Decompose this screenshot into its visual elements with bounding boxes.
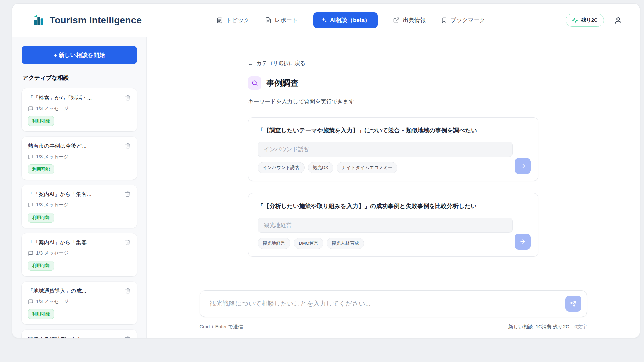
app-logo[interactable]: Tourism Intelligence	[33, 14, 157, 27]
suggestion-chip[interactable]: 観光DX	[308, 162, 333, 173]
trash-icon[interactable]	[124, 239, 131, 246]
keyword-input[interactable]	[258, 218, 513, 233]
category-content: ← カテゴリ選択に戻る 事例調査 キーワードを入力して質問を実行できます 「【調…	[147, 37, 640, 279]
question-title: 「【調査したいテーマや施策を入力】」について競合・類似地域の事例を調べたい	[258, 126, 529, 134]
trash-icon[interactable]	[124, 190, 131, 198]
question-template-card: 「【調査したいテーマや施策を入力】」について競合・類似地域の事例を調べたい イン…	[248, 117, 538, 181]
back-to-categories-link[interactable]: ← カテゴリ選択に戻る	[248, 60, 305, 67]
app-window: Tourism Intelligence トピック レポート AI相談（beta…	[12, 3, 640, 338]
nav-ai-consult[interactable]: AI相談（beta）	[313, 12, 378, 28]
main-area: ← カテゴリ選択に戻る 事例調査 キーワードを入力して質問を実行できます 「【調…	[147, 37, 640, 338]
conversation-card[interactable]: 熱海市の事例は今後ど... 1/3 メッセージ 利用可能	[22, 137, 137, 180]
conversation-title: 熱海市の事例は今後ど...	[28, 143, 119, 150]
question-title: 「【分析したい施策や取り組みを入力】」の成功事例と失敗事例を比較分析したい	[258, 202, 529, 210]
category-header: 事例調査	[248, 76, 538, 90]
user-icon[interactable]	[614, 16, 622, 24]
suggestion-chip[interactable]: 観光人材育成	[327, 238, 364, 249]
conversation-title: 関連する統計データを...	[28, 336, 119, 338]
conversation-card[interactable]: 「「検索」から「対話・... 1/3 メッセージ 利用可能	[22, 88, 137, 131]
run-question-button[interactable]	[515, 234, 531, 250]
paper-plane-icon	[570, 300, 577, 307]
message-icon	[28, 202, 33, 208]
nav-bookmarks[interactable]: ブックマーク	[441, 16, 485, 24]
status-badge: 利用可能	[28, 309, 54, 319]
message-icon	[28, 299, 33, 304]
suggestion-chip[interactable]: ナイトタイムエコノミー	[337, 162, 398, 173]
nav-reports-label: レポート	[275, 16, 298, 24]
search-icon	[248, 76, 261, 90]
pulse-icon	[572, 17, 578, 23]
conversation-meta: 1/3 メッセージ	[36, 154, 69, 160]
conversation-meta: 1/3 メッセージ	[36, 202, 69, 208]
new-consultation-button[interactable]: + 新しい相談を開始	[22, 46, 137, 64]
nav-topics-label: トピック	[226, 16, 250, 24]
nav-sources[interactable]: 出典情報	[393, 16, 426, 24]
active-consultations-title: アクティブな相談	[22, 74, 137, 82]
conversation-title: 「「案内AI」から「集客...	[28, 191, 119, 198]
composer-section: Cmd + Enter で送信 新しい相談: 1C消費 残り2C 0文字	[147, 279, 640, 338]
category-subtitle: キーワードを入力して質問を実行できます	[248, 98, 538, 105]
header-right: 残り2C	[545, 14, 622, 27]
report-icon	[265, 17, 272, 24]
status-badge: 利用可能	[28, 213, 54, 223]
category-title: 事例調査	[266, 78, 299, 88]
char-count: 0文字	[574, 324, 587, 330]
logo-icon	[33, 14, 45, 27]
conversation-card[interactable]: 「「案内AI」から「集客... 1/3 メッセージ 利用可能	[22, 185, 137, 228]
trash-icon[interactable]	[124, 94, 131, 101]
credits-badge[interactable]: 残り2C	[566, 14, 604, 27]
nav-ai-consult-label: AI相談（beta）	[330, 16, 370, 24]
arrow-right-icon	[519, 238, 526, 245]
nav-sources-label: 出典情報	[403, 16, 426, 24]
topics-icon	[216, 17, 223, 24]
top-nav: Tourism Intelligence トピック レポート AI相談（beta…	[12, 4, 640, 37]
conversation-meta: 1/3 メッセージ	[36, 298, 69, 305]
conversation-title: 「「案内AI」から「集客...	[28, 239, 119, 246]
consult-input-box	[200, 290, 587, 317]
conversation-meta: 1/3 メッセージ	[36, 105, 69, 112]
consultation-sidebar: + 新しい相談を開始 アクティブな相談 「「検索」から「対話・... 1/3 メ…	[12, 37, 147, 338]
status-badge: 利用可能	[28, 164, 54, 174]
composer-hints: Cmd + Enter で送信 新しい相談: 1C消費 残り2C 0文字	[200, 324, 587, 330]
run-question-button[interactable]	[515, 158, 531, 174]
conversation-title: 「地域通貨導入」の成...	[28, 288, 119, 295]
conversation-card[interactable]: 「「案内AI」から「集客... 1/3 メッセージ 利用可能	[22, 233, 137, 276]
trash-icon[interactable]	[124, 287, 131, 294]
message-icon	[28, 106, 33, 111]
question-template-card: 「【分析したい施策や取り組みを入力】」の成功事例と失敗事例を比較分析したい 観光…	[248, 193, 538, 257]
main-nav: トピック レポート AI相談（beta） 出典情報	[216, 12, 485, 28]
shortcut-hint: Cmd + Enter で送信	[200, 324, 243, 330]
back-arrow-icon: ←	[248, 61, 253, 67]
message-icon	[28, 251, 33, 256]
status-badge: 利用可能	[28, 261, 54, 271]
consult-input[interactable]	[209, 300, 565, 308]
nav-topics[interactable]: トピック	[216, 16, 250, 24]
sparkles-icon	[321, 17, 327, 23]
keyword-input[interactable]	[258, 142, 513, 157]
send-button[interactable]	[565, 296, 581, 312]
credits-label: 残り2C	[581, 17, 598, 23]
suggestion-chip[interactable]: インバウンド誘客	[258, 162, 305, 173]
arrow-right-icon	[519, 163, 526, 169]
message-icon	[28, 154, 33, 160]
logo-text: Tourism Intelligence	[50, 15, 142, 26]
trash-icon[interactable]	[124, 142, 131, 149]
bookmark-icon	[441, 17, 447, 23]
nav-bookmarks-label: ブックマーク	[450, 16, 485, 24]
source-icon	[393, 17, 400, 24]
conversation-title: 「「検索」から「対話・...	[28, 95, 119, 102]
conversation-card[interactable]: 関連する統計データを... 1/3 メッセージ 利用可能	[22, 330, 137, 338]
suggestion-chip[interactable]: DMO運営	[294, 238, 324, 249]
conversation-card[interactable]: 「地域通貨導入」の成... 1/3 メッセージ 利用可能	[22, 282, 137, 324]
usage-info: 新しい相談: 1C消費 残り2C	[508, 324, 569, 330]
trash-icon[interactable]	[124, 335, 131, 338]
back-link-label: カテゴリ選択に戻る	[256, 60, 305, 67]
conversation-meta: 1/3 メッセージ	[36, 250, 69, 256]
suggestion-chips: インバウンド誘客 観光DX ナイトタイムエコノミー	[258, 162, 529, 173]
suggestion-chip[interactable]: 観光地経営	[258, 238, 290, 249]
status-badge: 利用可能	[28, 116, 54, 126]
suggestion-chips: 観光地経営 DMO運営 観光人材育成	[258, 238, 529, 249]
nav-reports[interactable]: レポート	[265, 16, 298, 24]
